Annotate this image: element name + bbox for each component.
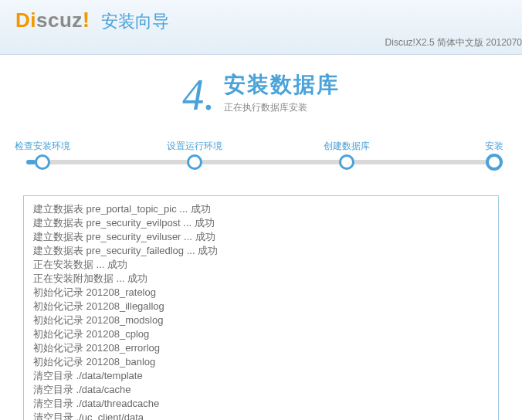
- log-line: 初始化记录 201208_ratelog: [33, 286, 489, 300]
- log-line: 清空目录 ./data/template: [33, 369, 489, 383]
- wizard-title: 安装向导: [101, 10, 169, 33]
- log-line: 初始化记录 201208_banlog: [33, 355, 489, 369]
- log-line: 清空目录 ./data/cache: [33, 383, 489, 397]
- step-title: 安装数据库: [224, 70, 340, 100]
- step-number: 4.: [182, 70, 215, 120]
- step-label: 设置运行环境: [167, 140, 222, 153]
- log-line: 清空目录 ./uc_client/data: [33, 411, 489, 420]
- step-node: [187, 154, 202, 170]
- header-bar: Discuz! 安装向导 Discuz!X2.5 简体中文版 2012070: [0, 0, 522, 55]
- step-node: [339, 154, 354, 170]
- log-line: 正在安装数据 ... 成功: [33, 258, 489, 272]
- log-line: 建立数据表 pre_portal_topic_pic ... 成功: [33, 202, 489, 216]
- log-line: 正在安装附加数据 ... 成功: [33, 272, 489, 286]
- progress-track: [31, 160, 491, 164]
- step-label: 检查安装环境: [15, 140, 70, 153]
- step-label: 创建数据库: [324, 140, 370, 153]
- log-line: 初始化记录 201208_errorlog: [33, 341, 489, 355]
- brand-logo: Discuz!: [15, 8, 90, 32]
- log-line: 建立数据表 pre_security_evilpost ... 成功: [33, 216, 489, 230]
- step-node: [486, 154, 503, 171]
- log-line: 建立数据表 pre_security_eviluser ... 成功: [33, 230, 489, 244]
- step-node: [35, 154, 50, 170]
- log-line: 建立数据表 pre_security_failedlog ... 成功: [33, 244, 489, 258]
- log-line: 初始化记录 201208_illegallog: [33, 300, 489, 313]
- step-label: 安装: [485, 140, 503, 153]
- progress-steps: 检查安装环境设置运行环境创建数据库安装: [23, 143, 499, 181]
- logo-block: Discuz! 安装向导: [15, 8, 169, 33]
- log-line: 初始化记录 201208_cplog: [33, 327, 489, 341]
- step-subtitle: 正在执行数据库安装: [224, 101, 340, 114]
- step-heading: 4. 安装数据库 正在执行数据库安装: [0, 70, 522, 120]
- install-log: 建立数据表 pre_portal_topic_pic ... 成功建立数据表 p…: [23, 195, 499, 420]
- version-meta: Discuz!X2.5 简体中文版 2012070: [385, 36, 522, 49]
- log-line: 清空目录 ./data/threadcache: [33, 397, 489, 411]
- log-line: 初始化记录 201208_modslog: [33, 313, 489, 327]
